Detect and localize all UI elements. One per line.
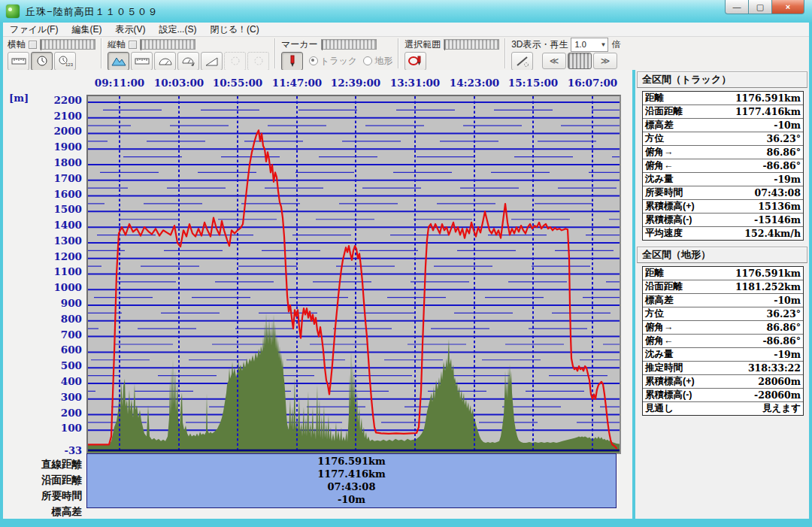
time-axis-label: 14:23:00 <box>450 77 499 89</box>
selection-marker-button[interactable] <box>404 52 426 71</box>
time-axis-label: 10:03:00 <box>154 77 204 89</box>
elevation-axis-label: 800 <box>29 313 82 325</box>
row-value: -10m <box>774 120 803 131</box>
minimize-button[interactable]: — <box>725 0 749 14</box>
vaxis-vspeed-button[interactable] <box>177 52 199 71</box>
haxis-mini-toggle[interactable] <box>29 41 37 49</box>
elevation-axis-label: 1600 <box>29 188 82 200</box>
vertical-axis-label: 縦軸 <box>108 38 126 51</box>
row-label: 見通し <box>643 402 674 415</box>
row-value: 15136m <box>758 201 803 212</box>
haxis-number-button[interactable]: 123 <box>54 52 76 71</box>
elevation-axis-label: 2000 <box>29 125 82 137</box>
table-row: 俯角←-86.86° <box>643 159 803 173</box>
haxis-scale-slider[interactable] <box>40 39 95 50</box>
time-axis-label: 15:15:00 <box>508 77 558 89</box>
time-axis-label: 11:47:00 <box>272 77 322 89</box>
marker-slider[interactable] <box>321 39 377 50</box>
readout-label: 所要時間 <box>7 489 82 503</box>
selection-slider[interactable] <box>444 39 499 50</box>
playback-mode-button[interactable] <box>511 52 533 71</box>
title-bar: 丘珠−陸前高田１１０５０９ — ▢ × <box>0 0 812 23</box>
time-axis-label: 13:31:00 <box>390 77 440 89</box>
row-value: 07:43:08 <box>755 187 803 198</box>
elevation-axis-label: 1100 <box>29 265 82 277</box>
row-value: -10m <box>774 295 803 306</box>
row-label: 所要時間 <box>643 186 683 199</box>
slope-pen-icon <box>516 56 529 67</box>
menu-item-4[interactable]: 閉じる！(C) <box>203 23 265 36</box>
row-label: 俯角→ <box>643 146 674 159</box>
menu-item-0[interactable]: ファイル(F) <box>3 23 65 36</box>
row-value: 36.23° <box>767 133 803 144</box>
elevation-profile-plot[interactable] <box>86 95 621 454</box>
red-pen-icon <box>287 55 298 68</box>
menu-item-2[interactable]: 表示(V) <box>108 23 152 36</box>
marker-terrain-radio[interactable]: 地形 <box>363 55 392 68</box>
panel-header-0: 全区間（トラック） <box>637 71 807 88</box>
row-label: 累積標高(-) <box>643 389 692 401</box>
playback-position-button[interactable] <box>568 53 592 69</box>
playback-forward-button[interactable]: ≫ <box>593 53 617 69</box>
row-label: 累積標高(+) <box>643 375 695 388</box>
haxis-distance-button[interactable] <box>8 52 29 71</box>
vaxis-elevation-button[interactable] <box>108 52 129 71</box>
row-label: 俯角← <box>643 159 674 172</box>
elevation-axis-label: 1300 <box>29 235 82 247</box>
elevation-axis-label: 200 <box>29 407 82 419</box>
vaxis-mini-toggle[interactable] <box>129 41 137 49</box>
row-label: 累積標高(-) <box>643 214 692 226</box>
close-button[interactable]: × <box>771 0 804 14</box>
playback-label: 3D表示・再生 <box>511 38 568 51</box>
elevation-axis-label: 2200 <box>29 94 82 106</box>
slope-triangle-icon <box>205 56 219 66</box>
haxis-time-button[interactable] <box>31 52 53 71</box>
row-label: 標高差 <box>643 294 674 307</box>
marker-track-radio[interactable]: トラック <box>309 55 357 68</box>
row-value: -28060m <box>754 389 803 401</box>
toolbar-group-playback: 3D表示・再生 1.0 ▼ 倍 ≪ ≫ <box>507 37 625 70</box>
elevation-axis-label: 1800 <box>29 156 82 168</box>
vaxis-distance-button[interactable] <box>131 52 153 71</box>
gauge-arrow-icon <box>181 56 196 66</box>
table-row: 沈み量-19m <box>643 173 803 186</box>
vaxis-speed-button[interactable] <box>154 52 176 71</box>
menu-bar: ファイル(F)編集(E)表示(V)設定...(S)閉じる！(C) <box>3 23 809 37</box>
time-axis-label: 10:55:00 <box>213 77 262 89</box>
elevation-axis-label: 1700 <box>29 172 82 184</box>
playback-rewind-button[interactable]: ≪ <box>542 53 566 69</box>
horizontal-axis-label: 横軸 <box>8 38 26 51</box>
elevation-axis-label: 1200 <box>29 250 82 262</box>
row-label: 俯角→ <box>643 321 674 334</box>
playback-scale-select[interactable]: 1.0 ▼ <box>571 38 608 52</box>
table-row: 所要時間07:43:08 <box>643 186 803 200</box>
table-row: 累積標高(-)-15146m <box>643 214 803 227</box>
row-label: 平均速度 <box>643 227 683 240</box>
elevation-axis-label: 700 <box>29 329 82 341</box>
menu-item-3[interactable]: 設定...(S) <box>152 23 203 36</box>
menu-item-1[interactable]: 編集(E) <box>65 23 108 36</box>
table-row: 平均速度152.4km/h <box>643 227 803 240</box>
toolbar-group-horizontal-axis: 横軸 123 <box>3 37 100 70</box>
vaxis-scale-slider[interactable] <box>140 39 195 50</box>
readout-value: 1177.416km <box>87 468 616 480</box>
vaxis-slope-button[interactable] <box>201 52 223 71</box>
panel-table-1: 距離1176.591km沿面距離1181.252km標高差-10m方位36.23… <box>642 266 804 416</box>
dotted-circle-icon <box>253 56 265 66</box>
elevation-axis-label: 600 <box>29 344 82 356</box>
row-value: 36.23° <box>767 308 803 320</box>
marker-pen-button[interactable] <box>281 52 303 71</box>
table-row: 累積標高(+)15136m <box>643 200 803 214</box>
table-row: 推定時間318:33:22 <box>643 362 803 375</box>
dotted-circle-icon <box>229 56 241 66</box>
row-value: 1177.416km <box>735 106 803 117</box>
svg-text:123: 123 <box>65 62 73 67</box>
maximize-button[interactable]: ▢ <box>748 0 772 14</box>
playback-scale-unit: 倍 <box>611 38 620 51</box>
app-window: 丘珠−陸前高田１１０５０９ — ▢ × ファイル(F)編集(E)表示(V)設定.… <box>0 0 812 527</box>
cursor-readout-box: 1176.591km1177.416km07:43:08-10m <box>86 453 617 508</box>
elevation-axis-label: 2100 <box>29 110 82 122</box>
readout-label: 標高差 <box>7 505 82 519</box>
elevation-axis-label: 400 <box>29 375 82 387</box>
row-value: -19m <box>774 349 803 360</box>
